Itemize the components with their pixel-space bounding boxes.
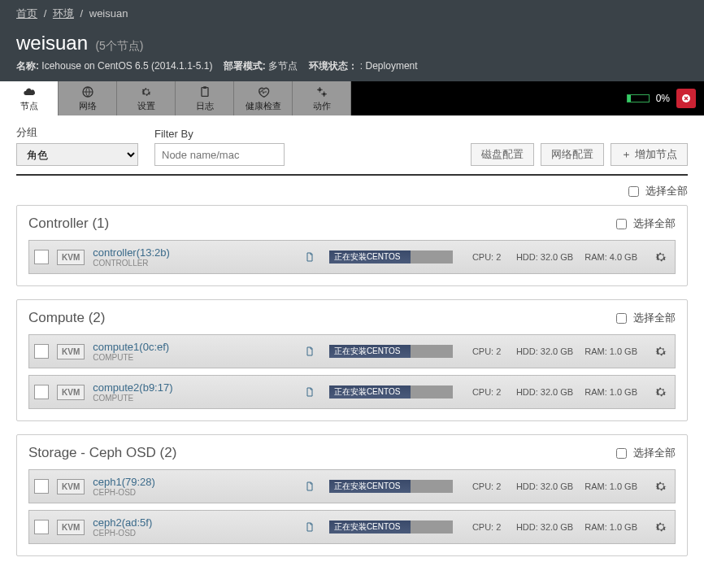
node-specs: CPU: 2 HDD: 32.0 GB RAM: 1.0 GB	[472, 522, 637, 532]
node-name-link[interactable]: controller(13:2b)	[93, 246, 247, 259]
node-name-link[interactable]: compute2(b9:17)	[93, 381, 247, 394]
node-name-link[interactable]: ceph1(79:28)	[93, 476, 247, 488]
document-icon[interactable]	[305, 251, 315, 263]
svg-rect-2	[203, 86, 206, 89]
group-select-all-checkbox[interactable]	[616, 448, 627, 459]
deploy-progress-mini	[627, 94, 650, 102]
node-hdd: HDD: 32.0 GB	[516, 481, 573, 491]
tabbar-right: 0%	[351, 81, 704, 115]
node-checkbox[interactable]	[34, 520, 49, 534]
group-select-all-checkbox[interactable]	[616, 313, 627, 324]
meta-status-value: : Deployment	[360, 60, 418, 72]
network-config-button[interactable]: 网络配置	[541, 143, 604, 166]
node-hypervisor-badge: KVM	[57, 344, 85, 359]
document-icon[interactable]	[305, 386, 315, 398]
node-specs: CPU: 2 HDD: 32.0 GB RAM: 1.0 GB	[472, 346, 637, 356]
node-checkbox[interactable]	[34, 250, 49, 264]
breadcrumb: 首页 / 环境 / weisuan	[0, 0, 704, 28]
svg-point-4	[322, 92, 325, 95]
group-header: Compute (2) 选择全部	[28, 310, 676, 326]
node-name-link[interactable]: compute1(0c:ef)	[93, 341, 247, 353]
select-all-top: 选择全部	[16, 184, 688, 198]
node-role-label: CONTROLLER	[93, 259, 247, 268]
node-status-bar: 正在安装CENTOS	[329, 250, 453, 264]
node-identity: controller(13:2b) CONTROLLER	[93, 246, 247, 268]
node-specs: CPU: 2 HDD: 32.0 GB RAM: 1.0 GB	[472, 481, 637, 491]
node-cpu: CPU: 2	[472, 481, 505, 491]
node-cpu: CPU: 2	[472, 522, 505, 532]
clipboard-icon	[198, 85, 211, 98]
node-identity: ceph1(79:28) CEPH-OSD	[93, 476, 247, 497]
group-header: Storage - Ceph OSD (2) 选择全部	[28, 445, 676, 461]
cloud-icon	[23, 85, 36, 98]
group-title: Compute (2)	[28, 310, 105, 326]
node-row: KVM compute1(0c:ef) COMPUTE 正在安装CENTOS C…	[28, 334, 676, 368]
header-meta: 名称: Icehouse on CentOS 6.5 (2014.1.1-5.1…	[16, 59, 688, 73]
tab-label: 动作	[313, 100, 331, 112]
breadcrumb-current: weisuan	[89, 7, 128, 20]
node-checkbox[interactable]	[34, 344, 49, 359]
tab-settings[interactable]: 设置	[117, 81, 176, 115]
gear-icon[interactable]	[654, 479, 668, 494]
gear-icon[interactable]	[654, 250, 668, 264]
main-content: 分组 角色 Filter By 磁盘配置 网络配置 ＋ 增加节点 选择全部 Co…	[0, 115, 704, 588]
node-row: KVM ceph2(ad:5f) CEPH-OSD 正在安装CENTOS CPU…	[28, 510, 676, 544]
node-status-bar: 正在安装CENTOS	[329, 520, 453, 534]
breadcrumb-home[interactable]: 首页	[16, 7, 37, 20]
group-select-all: 选择全部	[616, 446, 676, 460]
node-row: KVM controller(13:2b) CONTROLLER 正在安装CEN…	[28, 240, 676, 274]
filter-actions: 磁盘配置 网络配置 ＋ 增加节点	[471, 143, 688, 166]
node-name-link[interactable]: ceph2(ad:5f)	[93, 516, 247, 529]
group-by-select[interactable]: 角色	[16, 143, 138, 166]
node-checkbox[interactable]	[34, 479, 49, 494]
select-all-label: 选择全部	[645, 185, 688, 197]
gear-icon[interactable]	[654, 385, 668, 399]
node-hypervisor-badge: KVM	[57, 479, 85, 494]
breadcrumb-env[interactable]: 环境	[53, 7, 74, 20]
tab-label: 节点	[20, 100, 38, 112]
node-status-text: 正在安装CENTOS	[334, 521, 401, 533]
stop-button[interactable]	[676, 89, 696, 108]
page-header: weisuan (5个节点) 名称: Icehouse on CentOS 6.…	[0, 28, 704, 81]
group-select-all-checkbox[interactable]	[616, 219, 627, 229]
select-all-checkbox[interactable]	[628, 186, 639, 197]
meta-name-label: 名称:	[16, 60, 39, 72]
globe-icon	[81, 85, 94, 98]
filter-input[interactable]	[154, 143, 285, 166]
document-icon[interactable]	[305, 521, 315, 533]
node-status-text: 正在安装CENTOS	[334, 481, 401, 492]
meta-mode-label: 部署模式:	[224, 60, 266, 72]
document-icon[interactable]	[305, 346, 315, 357]
node-checkbox[interactable]	[34, 385, 49, 399]
node-ram: RAM: 1.0 GB	[584, 387, 637, 397]
node-hypervisor-badge: KVM	[57, 520, 85, 535]
tab-network[interactable]: 网络	[59, 81, 117, 115]
disk-config-button[interactable]: 磁盘配置	[471, 143, 534, 166]
breadcrumb-sep: /	[44, 7, 47, 20]
node-row: KVM ceph1(79:28) CEPH-OSD 正在安装CENTOS CPU…	[28, 469, 676, 503]
group-header: Controller (1) 选择全部	[28, 216, 676, 232]
node-ram: RAM: 1.0 GB	[584, 522, 637, 532]
gear-icon[interactable]	[654, 520, 668, 534]
filter-row: 分组 角色 Filter By 磁盘配置 网络配置 ＋ 增加节点	[16, 125, 688, 166]
group-select-all: 选择全部	[616, 216, 676, 231]
node-status-bar: 正在安装CENTOS	[329, 480, 453, 493]
node-hdd: HDD: 32.0 GB	[516, 522, 573, 532]
gear-icon[interactable]	[654, 344, 668, 359]
close-icon	[681, 94, 691, 103]
tab-health[interactable]: 健康检查	[234, 81, 293, 115]
tab-actions[interactable]: 动作	[293, 81, 351, 115]
filter-by-label: Filter By	[154, 128, 285, 140]
node-role-label: CEPH-OSD	[93, 488, 247, 497]
gear-icon	[140, 85, 153, 98]
tab-logs[interactable]: 日志	[176, 81, 234, 115]
node-status-text: 正在安装CENTOS	[334, 251, 401, 263]
tab-nodes[interactable]: 节点	[0, 81, 59, 115]
group-select-all-label: 选择全部	[633, 217, 676, 229]
node-cpu: CPU: 2	[472, 346, 505, 356]
heartbeat-icon	[257, 85, 270, 98]
node-status-bar: 正在安装CENTOS	[329, 345, 453, 358]
group-by-label: 分组	[16, 125, 138, 140]
document-icon[interactable]	[305, 481, 315, 492]
add-node-button[interactable]: ＋ 增加节点	[611, 143, 688, 166]
